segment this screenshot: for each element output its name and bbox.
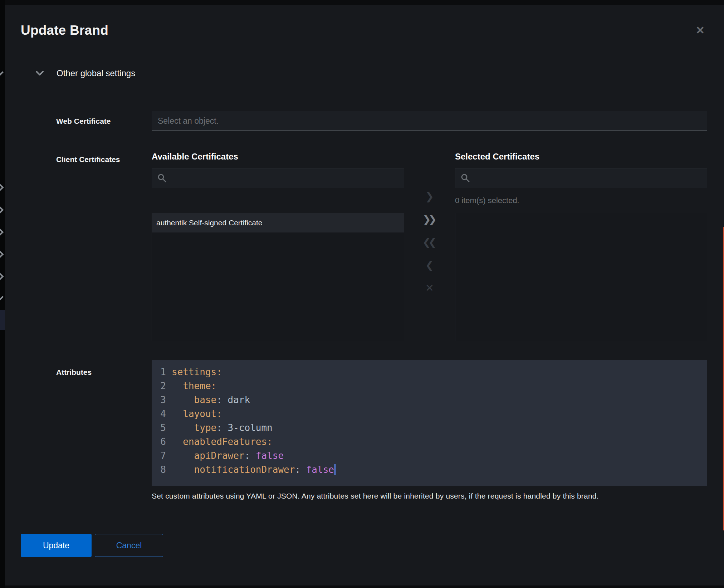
code-line: 8notificationDrawer: false	[155, 463, 707, 477]
move-selected-right-button[interactable]: ❯	[425, 189, 434, 204]
client-certificates-label: Client Certificates	[56, 152, 152, 341]
list-item[interactable]: authentik Self-signed Certificate	[152, 213, 404, 232]
line-number: 4	[155, 407, 166, 421]
search-icon	[461, 173, 470, 183]
section-toggle-other-global-settings[interactable]: Other global settings	[36, 68, 724, 79]
selected-search-input[interactable]	[455, 168, 707, 188]
page-title: Update Brand	[21, 23, 108, 38]
attributes-row: Attributes 1settings:2theme:3base: dark4…	[56, 360, 724, 500]
search-icon	[157, 173, 167, 183]
attributes-code-editor[interactable]: 1settings:2theme:3base: dark4layout:5typ…	[152, 360, 707, 486]
code-line: 1settings:	[155, 365, 707, 379]
code-line: 5type: 3-column	[155, 421, 707, 435]
modal-header: Update Brand ✕	[5, 5, 724, 38]
dual-list-selector: Available Certificates Selected Certific…	[152, 152, 707, 341]
client-certificates-row: Client Certificates Available Certificat…	[56, 152, 724, 341]
transfer-controls: ❯❯❯❮❮❮✕	[404, 162, 455, 341]
web-certificate-label: Web Certificate	[56, 111, 152, 131]
line-number: 8	[155, 463, 166, 477]
chevron-right-icon	[0, 250, 4, 259]
text-cursor	[334, 464, 336, 475]
web-certificate-row: Web Certificate	[56, 111, 724, 131]
move-all-left-button[interactable]: ❮❮	[422, 235, 437, 250]
chevron-right-icon	[0, 228, 4, 236]
update-button[interactable]: Update	[21, 534, 92, 557]
line-number: 5	[155, 421, 166, 435]
update-brand-modal: Update Brand ✕ Other global settings Web…	[5, 5, 724, 585]
available-search	[152, 168, 404, 188]
line-number: 2	[155, 379, 166, 393]
code-line: 7apiDrawer: false	[155, 449, 707, 463]
chevron-right-icon	[0, 273, 4, 281]
attributes-label: Attributes	[56, 360, 152, 500]
selected-list[interactable]	[455, 213, 707, 341]
chevron-right-icon	[0, 206, 4, 214]
available-search-input[interactable]	[152, 168, 404, 188]
code-line: 3base: dark	[155, 393, 707, 407]
selected-row-fragment	[0, 310, 5, 330]
section-label: Other global settings	[57, 68, 135, 78]
move-selected-left-button[interactable]: ❮	[425, 258, 434, 273]
selected-count-status: 0 item(s) selected.	[455, 188, 707, 213]
selected-search	[455, 168, 707, 188]
close-icon[interactable]: ✕	[692, 23, 708, 38]
line-number: 6	[155, 435, 166, 449]
attributes-editor-lines: 1settings:2theme:3base: dark4layout:5typ…	[155, 365, 707, 477]
modal-footer: Update Cancel	[21, 534, 724, 557]
line-number: 7	[155, 449, 166, 463]
chevron-right-icon	[0, 183, 4, 192]
line-number: 1	[155, 365, 166, 379]
code-line: 4layout:	[155, 407, 707, 421]
move-all-right-button[interactable]: ❯❯	[422, 212, 437, 227]
brand-form: Web Certificate Client Certificates Avai…	[56, 111, 724, 500]
code-line: 2theme:	[155, 379, 707, 393]
chevron-down-icon	[36, 71, 44, 76]
clear-selection-button[interactable]: ✕	[425, 280, 434, 296]
check-icon	[0, 70, 4, 77]
selected-certificates-heading: Selected Certificates	[455, 152, 707, 162]
attributes-help-text: Set custom attributes using YAML or JSON…	[152, 492, 707, 500]
available-certificates-heading: Available Certificates	[152, 152, 404, 162]
cancel-button[interactable]: Cancel	[95, 534, 163, 557]
web-certificate-input[interactable]	[152, 111, 707, 131]
background-page-edge	[0, 0, 5, 588]
code-line: 6enabledFeatures:	[155, 435, 707, 449]
available-list[interactable]: authentik Self-signed Certificate	[152, 213, 404, 341]
check-icon	[0, 294, 4, 302]
line-number: 3	[155, 393, 166, 407]
